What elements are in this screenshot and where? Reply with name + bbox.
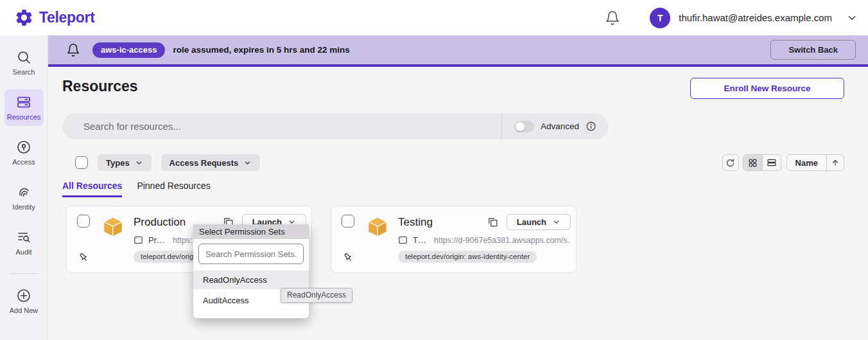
types-filter-label: Types (106, 158, 130, 168)
app-window-icon (134, 235, 143, 245)
advanced-label: Advanced (541, 121, 579, 131)
assumed-role-badge: aws-ic-access (92, 42, 165, 58)
sort-direction-arrow-up-icon[interactable] (826, 155, 844, 170)
launch-label: Launch (517, 217, 546, 227)
resource-short-name: Pr… (148, 235, 165, 245)
resource-card-grid: Production Launch Pr… (66, 206, 844, 273)
enroll-new-resource-button[interactable]: Enroll New Resource (690, 78, 844, 99)
resource-search-bar: Advanced (62, 113, 609, 139)
select-all-checkbox[interactable] (75, 156, 88, 169)
refresh-button[interactable] (722, 154, 739, 171)
teleport-logo[interactable]: Teleport (0, 8, 95, 28)
permission-set-tooltip: ReadOnlyAccess (281, 288, 352, 303)
main-content: Resources Enroll New Resource Advanced T… (48, 67, 868, 340)
sidebar-item-resources[interactable]: Resources (4, 89, 44, 126)
permission-sets-dropdown: Select Permission Sets ReadOnlyAccess Au… (193, 224, 309, 318)
pin-icon[interactable] (78, 251, 90, 264)
search-resources-input[interactable] (62, 113, 501, 139)
resource-name: Testing (398, 216, 433, 229)
notifications-bell-icon[interactable] (605, 10, 620, 26)
sidebar-item-access[interactable]: Access (4, 134, 44, 171)
access-requests-filter-label: Access Requests (169, 158, 239, 168)
sidebar-item-audit[interactable]: Audit (4, 224, 44, 261)
pin-icon[interactable] (342, 251, 354, 264)
chevron-down-icon (243, 159, 252, 167)
resource-url: https: (173, 236, 193, 245)
teleport-gear-icon (14, 8, 34, 28)
permission-sets-search-input[interactable] (198, 244, 304, 264)
advanced-search-section: Advanced (501, 113, 609, 139)
card-checkbox[interactable] (77, 215, 90, 228)
add-new-icon (16, 288, 31, 303)
permission-sets-dropdown-title: Select Permission Sets (193, 224, 309, 239)
sort-control: Name (786, 154, 844, 171)
top-bar: Teleport T thufir.hawat@atreides.example… (0, 0, 868, 35)
brand-name: Teleport (39, 9, 95, 26)
access-requests-filter-button[interactable]: Access Requests (161, 154, 261, 171)
sidebar-item-identity[interactable]: Identity (4, 179, 44, 216)
aws-account-icon (365, 215, 390, 239)
app-window-icon (398, 235, 408, 245)
resources-icon (16, 94, 31, 110)
assumed-role-banner: aws-ic-access role assumed, expires in 5… (48, 35, 868, 67)
permission-set-option-readonlyaccess[interactable]: ReadOnlyAccess (193, 271, 309, 289)
sort-by-name-button[interactable]: Name (787, 158, 826, 168)
resource-short-name: T… (413, 235, 426, 245)
user-avatar[interactable]: T (650, 8, 670, 28)
user-menu-chevron-down-icon[interactable] (846, 12, 858, 24)
list-view-button[interactable] (762, 155, 781, 170)
banner-message: role assumed, expires in 5 hrs and 22 mi… (173, 45, 349, 55)
resource-card-testing[interactable]: Testing Launch T… (331, 206, 577, 273)
view-mode-toggle (743, 154, 781, 171)
types-filter-button[interactable]: Types (98, 154, 152, 171)
sidebar-nav: Search Resources Access Identity Audit (0, 35, 48, 340)
aws-account-icon (101, 215, 125, 239)
chevron-down-icon (135, 159, 143, 167)
resource-url: https://d-9067e5a381.awsapps.com/s… (434, 236, 571, 245)
sidebar-label: Access (12, 158, 35, 166)
banner-bell-icon (66, 43, 80, 57)
sidebar-divider (10, 273, 38, 274)
launch-button[interactable]: Launch (507, 214, 571, 230)
sidebar-item-add-new[interactable]: Add New (4, 283, 44, 319)
origin-label-badge: teleport.dev/origin: aws-identity-center (398, 251, 537, 263)
advanced-toggle[interactable] (514, 121, 534, 132)
switch-back-button[interactable]: Switch Back (770, 40, 856, 60)
grid-view-button[interactable] (743, 155, 762, 170)
card-checkbox[interactable] (342, 215, 354, 228)
page-title: Resources (62, 78, 138, 95)
copy-icon[interactable] (487, 217, 498, 228)
top-bar-right: T thufir.hawat@atreides.example.com (605, 8, 868, 28)
sidebar-label: Resources (7, 113, 41, 121)
info-icon[interactable] (586, 121, 596, 132)
teleport-app: Teleport T thufir.hawat@atreides.example… (0, 0, 868, 340)
sidebar-label: Search (13, 68, 35, 76)
resource-name: Production (134, 216, 186, 229)
sidebar-label: Audit (15, 248, 31, 256)
access-icon (16, 139, 31, 155)
user-email[interactable]: thufir.hawat@atreides.example.com (679, 12, 832, 23)
chevron-down-icon (552, 218, 560, 226)
audit-icon (16, 229, 31, 245)
sidebar-label: Add New (10, 307, 39, 314)
sidebar-label: Identity (12, 203, 35, 211)
tab-all-resources[interactable]: All Resources (62, 181, 122, 197)
search-icon (16, 49, 31, 65)
identity-fingerprint-icon (16, 184, 31, 200)
toggle-knob (516, 122, 525, 131)
resource-tabs: All Resources Pinned Resources (62, 181, 844, 197)
sidebar-item-search[interactable]: Search (4, 44, 44, 81)
tab-pinned-resources[interactable]: Pinned Resources (137, 181, 210, 197)
